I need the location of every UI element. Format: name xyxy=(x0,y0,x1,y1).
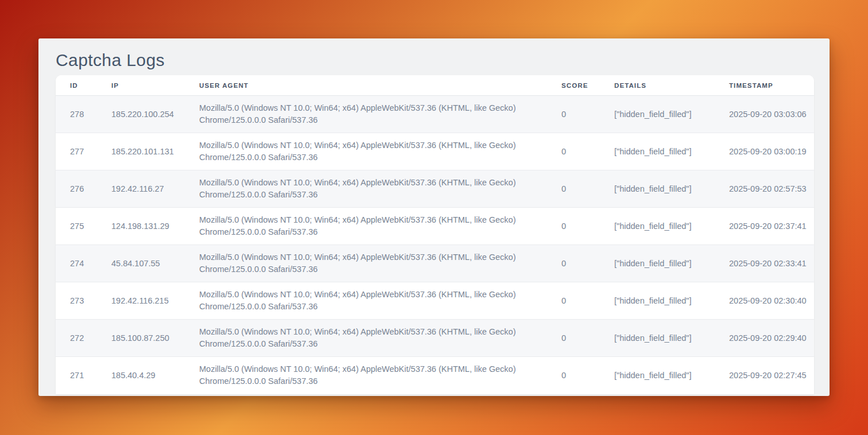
cell-score: 0 xyxy=(547,357,600,394)
page-background: { "page": { "title": "Captcha Logs" }, "… xyxy=(0,0,868,435)
column-header-user-agent: USER AGENT xyxy=(185,75,547,96)
cell-user-agent: Mozilla/5.0 (Windows NT 10.0; Win64; x64… xyxy=(185,208,547,245)
table-row: 277 185.220.101.131 Mozilla/5.0 (Windows… xyxy=(56,133,814,170)
cell-score: 0 xyxy=(547,170,600,208)
cell-ip: 192.42.116.215 xyxy=(97,282,185,320)
cell-timestamp: 2025-09-20 02:33:41 xyxy=(715,245,814,282)
cell-timestamp: 2025-09-20 03:00:19 xyxy=(715,133,814,170)
table-row: 278 185.220.100.254 Mozilla/5.0 (Windows… xyxy=(56,96,814,133)
cell-score: 0 xyxy=(547,282,600,320)
table-row: 276 192.42.116.27 Mozilla/5.0 (Windows N… xyxy=(56,170,814,208)
table-row: 273 192.42.116.215 Mozilla/5.0 (Windows … xyxy=(56,282,814,320)
cell-id: 274 xyxy=(56,245,97,282)
logs-table: ID IP USER AGENT SCORE DETAILS TIMESTAMP… xyxy=(56,75,814,394)
table-body: 278 185.220.100.254 Mozilla/5.0 (Windows… xyxy=(56,96,814,394)
cell-details: ["hidden_field_filled"] xyxy=(600,245,715,282)
cell-timestamp: 2025-09-20 02:27:45 xyxy=(715,357,814,394)
cell-id: 275 xyxy=(56,208,97,245)
cell-ip: 185.40.4.29 xyxy=(97,357,185,394)
table-row: 275 124.198.131.29 Mozilla/5.0 (Windows … xyxy=(56,208,814,245)
table-row: 274 45.84.107.55 Mozilla/5.0 (Windows NT… xyxy=(56,245,814,282)
cell-details: ["hidden_field_filled"] xyxy=(600,208,715,245)
cell-details: ["hidden_field_filled"] xyxy=(600,133,715,170)
cell-id: 272 xyxy=(56,320,97,357)
captcha-logs-card: Captcha Logs ID IP USER AGENT SCORE DETA… xyxy=(38,38,830,396)
column-header-ip: IP xyxy=(97,75,185,96)
column-header-details: DETAILS xyxy=(600,75,715,96)
column-header-id: ID xyxy=(56,75,97,96)
cell-id: 276 xyxy=(56,170,97,208)
cell-timestamp: 2025-09-20 02:30:40 xyxy=(715,282,814,320)
cell-details: ["hidden_field_filled"] xyxy=(600,96,715,133)
cell-score: 0 xyxy=(547,96,600,133)
page-title: Captcha Logs xyxy=(56,50,814,71)
cell-id: 277 xyxy=(56,133,97,170)
cell-score: 0 xyxy=(547,245,600,282)
cell-id: 271 xyxy=(56,357,97,394)
cell-ip: 45.84.107.55 xyxy=(97,245,185,282)
cell-ip: 124.198.131.29 xyxy=(97,208,185,245)
cell-user-agent: Mozilla/5.0 (Windows NT 10.0; Win64; x64… xyxy=(185,282,547,320)
table-row: 272 185.100.87.250 Mozilla/5.0 (Windows … xyxy=(56,320,814,357)
cell-user-agent: Mozilla/5.0 (Windows NT 10.0; Win64; x64… xyxy=(185,245,547,282)
cell-score: 0 xyxy=(547,133,600,170)
cell-id: 278 xyxy=(56,96,97,133)
cell-ip: 185.220.101.131 xyxy=(97,133,185,170)
cell-timestamp: 2025-09-20 02:29:40 xyxy=(715,320,814,357)
cell-ip: 185.100.87.250 xyxy=(97,320,185,357)
cell-user-agent: Mozilla/5.0 (Windows NT 10.0; Win64; x64… xyxy=(185,320,547,357)
cell-user-agent: Mozilla/5.0 (Windows NT 10.0; Win64; x64… xyxy=(185,96,547,133)
cell-score: 0 xyxy=(547,320,600,357)
cell-user-agent: Mozilla/5.0 (Windows NT 10.0; Win64; x64… xyxy=(185,357,547,394)
table-row: 271 185.40.4.29 Mozilla/5.0 (Windows NT … xyxy=(56,357,814,394)
cell-user-agent: Mozilla/5.0 (Windows NT 10.0; Win64; x64… xyxy=(185,170,547,208)
column-header-timestamp: TIMESTAMP xyxy=(715,75,814,96)
cell-timestamp: 2025-09-20 03:03:06 xyxy=(715,96,814,133)
cell-timestamp: 2025-09-20 02:57:53 xyxy=(715,170,814,208)
column-header-score: SCORE xyxy=(547,75,600,96)
table-header: ID IP USER AGENT SCORE DETAILS TIMESTAMP xyxy=(56,75,814,96)
cell-details: ["hidden_field_filled"] xyxy=(600,170,715,208)
cell-ip: 185.220.100.254 xyxy=(97,96,185,133)
cell-details: ["hidden_field_filled"] xyxy=(600,282,715,320)
cell-timestamp: 2025-09-20 02:37:41 xyxy=(715,208,814,245)
cell-details: ["hidden_field_filled"] xyxy=(600,320,715,357)
logs-table-container: ID IP USER AGENT SCORE DETAILS TIMESTAMP… xyxy=(56,75,814,394)
cell-score: 0 xyxy=(547,208,600,245)
cell-ip: 192.42.116.27 xyxy=(97,170,185,208)
cell-id: 273 xyxy=(56,282,97,320)
cell-details: ["hidden_field_filled"] xyxy=(600,357,715,394)
cell-user-agent: Mozilla/5.0 (Windows NT 10.0; Win64; x64… xyxy=(185,133,547,170)
